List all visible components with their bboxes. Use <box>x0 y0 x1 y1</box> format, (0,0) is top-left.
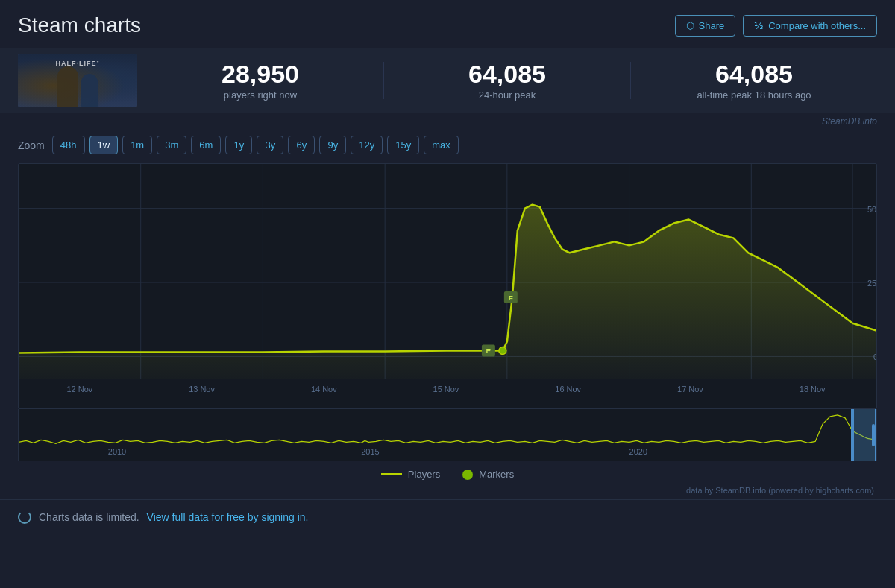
markers-label: Markers <box>479 469 514 480</box>
chart-legend: Players Markers <box>18 461 877 484</box>
compare-button[interactable]: ⅓ Compare with others... <box>743 15 877 37</box>
svg-text:14 Nov: 14 Nov <box>311 385 337 393</box>
legend-markers: Markers <box>462 469 514 480</box>
players-label: Players <box>408 469 440 480</box>
zoom-6m[interactable]: 6m <box>191 136 221 154</box>
all-time-peak-value: 64,085 <box>646 60 862 88</box>
players-line-icon <box>381 473 402 475</box>
svg-text:F: F <box>509 294 513 302</box>
zoom-12y[interactable]: 12y <box>351 136 383 154</box>
svg-text:17 Nov: 17 Nov <box>677 385 703 393</box>
24h-peak-value: 64,085 <box>399 60 615 88</box>
svg-rect-32 <box>872 424 875 446</box>
stat-current-players: 28,950 players right now <box>137 60 383 101</box>
zoom-max[interactable]: max <box>424 136 459 154</box>
zoom-1w[interactable]: 1w <box>90 136 119 154</box>
header-actions: ⬡ Share ⅓ Compare with others... <box>675 15 877 37</box>
main-chart: E F 12 Nov 13 Nov 14 Nov 15 Nov 16 Nov 1… <box>18 163 877 409</box>
data-credit: data by SteamDB.info (powered by highcha… <box>18 484 877 499</box>
zoom-1m[interactable]: 1m <box>122 136 152 154</box>
svg-text:15 Nov: 15 Nov <box>433 385 459 393</box>
page-header: Steam charts ⬡ Share ⅓ Compare with othe… <box>0 0 895 48</box>
24h-peak-label: 24-hour peak <box>399 89 615 101</box>
svg-text:16 Nov: 16 Nov <box>555 385 581 393</box>
hl2-silhouette <box>57 66 98 107</box>
compare-icon: ⅓ <box>754 20 764 31</box>
svg-point-10 <box>499 347 506 355</box>
svg-rect-26 <box>19 409 876 461</box>
svg-rect-30 <box>851 409 875 461</box>
footer: Charts data is limited. View full data f… <box>0 499 895 534</box>
loading-spinner-icon <box>18 510 31 524</box>
svg-rect-31 <box>851 409 852 461</box>
legend-players: Players <box>381 469 440 480</box>
mini-chart-selection-handle[interactable] <box>852 409 876 461</box>
svg-text:18 Nov: 18 Nov <box>800 385 826 393</box>
svg-text:12 Nov: 12 Nov <box>66 385 92 393</box>
svg-text:13 Nov: 13 Nov <box>189 385 215 393</box>
zoom-6y[interactable]: 6y <box>288 136 315 154</box>
svg-text:0: 0 <box>873 353 876 361</box>
svg-text:2020: 2020 <box>629 447 647 456</box>
chart-section: Zoom 48h 1w 1m 3m 6m 1y 3y 6y 9y 12y 15y… <box>0 127 895 499</box>
zoom-bar: Zoom 48h 1w 1m 3m 6m 1y 3y 6y 9y 12y 15y… <box>18 136 877 154</box>
zoom-15y[interactable]: 15y <box>387 136 419 154</box>
steamdb-attribution: SteamDB.info <box>0 113 895 127</box>
page-title: Steam charts <box>18 13 141 37</box>
zoom-48h[interactable]: 48h <box>52 136 85 154</box>
share-icon: ⬡ <box>686 20 694 31</box>
svg-text:2010: 2010 <box>108 447 126 456</box>
share-button[interactable]: ⬡ Share <box>675 15 736 37</box>
zoom-1y[interactable]: 1y <box>225 136 252 154</box>
footer-text: Charts data is limited. <box>39 511 139 523</box>
svg-text:50k: 50k <box>867 205 876 214</box>
svg-text:E: E <box>486 347 492 355</box>
game-thumbnail: HALF·LIFE² <box>18 54 137 107</box>
markers-dot-icon <box>462 470 473 480</box>
zoom-3y[interactable]: 3y <box>257 136 283 154</box>
chart-svg: E F 12 Nov 13 Nov 14 Nov 15 Nov 16 Nov 1… <box>19 164 876 408</box>
stat-all-time-peak: 64,085 all-time peak 18 hours ago <box>631 60 877 101</box>
mini-chart-svg: 2010 2015 2020 <box>19 409 876 461</box>
signin-link[interactable]: View full data for free by signing in. <box>147 511 309 523</box>
current-players-label: players right now <box>152 89 368 101</box>
svg-text:25k: 25k <box>867 279 876 288</box>
zoom-label: Zoom <box>18 139 45 151</box>
stat-24h-peak: 64,085 24-hour peak <box>384 60 630 101</box>
current-players-value: 28,950 <box>152 60 368 88</box>
svg-text:2015: 2015 <box>361 447 379 456</box>
all-time-peak-label: all-time peak 18 hours ago <box>646 89 862 101</box>
zoom-3m[interactable]: 3m <box>157 136 186 154</box>
stats-bar: HALF·LIFE² 28,950 players right now 64,0… <box>0 48 895 113</box>
zoom-9y[interactable]: 9y <box>319 136 346 154</box>
mini-chart[interactable]: 2010 2015 2020 <box>18 409 877 461</box>
